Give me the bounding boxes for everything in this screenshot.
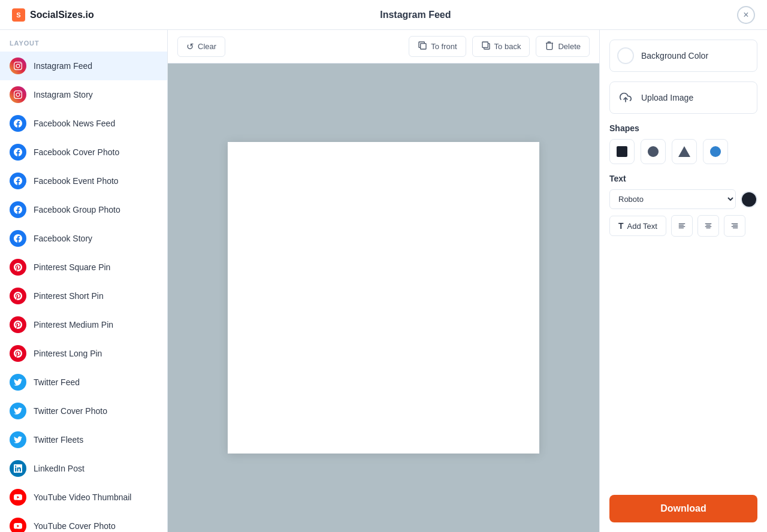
- align-right-button[interactable]: [724, 215, 745, 237]
- sidebar: LAYOUT Instagram Feed Instagram Story Fa…: [0, 30, 168, 532]
- clear-button[interactable]: ↺ Clear: [177, 37, 225, 57]
- sidebar-item-youtube-video-thumbnail[interactable]: YouTube Video Thumbnail: [0, 483, 167, 512]
- sidebar-label-pinterest-square-pin: Pinterest Square Pin: [34, 262, 110, 272]
- circle-shape: [648, 146, 659, 157]
- sidebar-label-twitter-feed: Twitter Feed: [34, 377, 80, 387]
- to-back-button[interactable]: To back: [472, 36, 530, 57]
- sidebar-item-pinterest-short-pin[interactable]: Pinterest Short Pin: [0, 282, 167, 310]
- sidebar-label-pinterest-long-pin: Pinterest Long Pin: [34, 349, 102, 358]
- sidebar-label-twitter-cover-photo: Twitter Cover Photo: [34, 406, 107, 416]
- linkedin-post-icon: [10, 460, 26, 477]
- sidebar-item-pinterest-medium-pin[interactable]: Pinterest Medium Pin: [0, 310, 167, 339]
- to-back-icon: [481, 41, 491, 52]
- upload-image-row[interactable]: Upload Image: [609, 81, 757, 114]
- layout-section-label: LAYOUT: [0, 30, 167, 52]
- shapes-row: [609, 139, 757, 164]
- to-front-label: To front: [431, 42, 457, 51]
- to-front-button[interactable]: To front: [409, 36, 466, 57]
- add-text-button[interactable]: T Add Text: [609, 216, 666, 236]
- background-color-circle: [617, 47, 634, 64]
- text-color-button[interactable]: [741, 191, 757, 208]
- font-select[interactable]: Roboto Arial Georgia Times New Roman Hel…: [609, 189, 736, 209]
- logo-text: SocialSizes.io: [30, 10, 94, 20]
- square-shape-button[interactable]: [609, 139, 635, 164]
- sidebar-item-facebook-cover-photo[interactable]: Facebook Cover Photo: [0, 138, 167, 167]
- sidebar-item-twitter-fleets[interactable]: Twitter Fleets: [0, 425, 167, 454]
- pinterest-long-pin-icon: [10, 345, 26, 362]
- sidebar-label-linkedin-post: LinkedIn Post: [34, 464, 84, 473]
- download-button[interactable]: Download: [609, 495, 757, 522]
- canvas-white[interactable]: [228, 142, 539, 454]
- instagram-story-icon: [10, 86, 26, 103]
- pinterest-short-pin-icon: [10, 288, 26, 304]
- sidebar-item-twitter-feed[interactable]: Twitter Feed: [0, 368, 167, 397]
- youtube-cover-photo-icon: [10, 518, 26, 532]
- sidebar-item-instagram-feed[interactable]: Instagram Feed: [0, 52, 167, 80]
- sidebar-item-linkedin-post[interactable]: LinkedIn Post: [0, 454, 167, 483]
- sidebar-label-youtube-cover-photo: YouTube Cover Photo: [34, 521, 116, 531]
- sidebar-item-twitter-cover-photo[interactable]: Twitter Cover Photo: [0, 397, 167, 425]
- pinterest-square-pin-icon: [10, 259, 26, 276]
- text-controls: Roboto Arial Georgia Times New Roman Hel…: [609, 189, 757, 209]
- sidebar-label-facebook-group-photo: Facebook Group Photo: [34, 205, 120, 214]
- svg-rect-3: [482, 42, 488, 47]
- sidebar-label-instagram-feed: Instagram Feed: [34, 61, 92, 71]
- instagram-icon: [10, 58, 26, 74]
- background-color-row[interactable]: Background Color: [609, 40, 757, 72]
- sidebar-item-youtube-cover-photo[interactable]: YouTube Cover Photo: [0, 512, 167, 532]
- sidebar-item-facebook-story[interactable]: Facebook Story: [0, 224, 167, 253]
- triangle-shape-button[interactable]: [672, 139, 697, 164]
- sidebar-label-youtube-video-thumbnail: YouTube Video Thumbnail: [34, 492, 131, 502]
- page-title: Instagram Feed: [380, 10, 451, 20]
- right-panel: Background Color Upload Image Shapes: [599, 30, 767, 532]
- sidebar-label-facebook-event-photo: Facebook Event Photo: [34, 176, 119, 186]
- clear-label: Clear: [198, 42, 216, 51]
- sidebar-label-facebook-news-feed: Facebook News Feed: [34, 119, 115, 128]
- text-section: Text Roboto Arial Georgia Times New Roma…: [609, 174, 757, 237]
- circle-blue-shape-button[interactable]: [703, 139, 728, 164]
- delete-button[interactable]: Delete: [536, 36, 590, 57]
- canvas-wrapper[interactable]: [168, 64, 599, 532]
- youtube-video-thumbnail-icon: [10, 489, 26, 506]
- twitter-fleets-icon: [10, 431, 26, 448]
- to-back-label: To back: [494, 42, 521, 51]
- facebook-news-feed-icon: [10, 115, 26, 132]
- sidebar-item-pinterest-long-pin[interactable]: Pinterest Long Pin: [0, 339, 167, 368]
- sidebar-item-facebook-news-feed[interactable]: Facebook News Feed: [0, 109, 167, 138]
- facebook-cover-photo-icon: [10, 144, 26, 161]
- sidebar-item-instagram-story[interactable]: Instagram Story: [0, 80, 167, 109]
- logo[interactable]: S SocialSizes.io: [12, 8, 94, 22]
- pinterest-medium-pin-icon: [10, 316, 26, 333]
- svg-rect-1: [421, 44, 426, 49]
- header: S SocialSizes.io Instagram Feed ×: [0, 0, 767, 30]
- clear-icon: ↺: [186, 41, 194, 52]
- upload-icon: [617, 89, 634, 106]
- shapes-title: Shapes: [609, 123, 757, 133]
- main-layout: LAYOUT Instagram Feed Instagram Story Fa…: [0, 30, 767, 532]
- sidebar-label-twitter-fleets: Twitter Fleets: [34, 435, 83, 445]
- triangle-shape: [678, 146, 690, 157]
- square-shape: [617, 146, 627, 157]
- canvas-area: ↺ Clear To front To back: [168, 30, 599, 532]
- close-button[interactable]: ×: [737, 6, 755, 24]
- delete-icon: [545, 41, 554, 52]
- canvas-toolbar: ↺ Clear To front To back: [168, 30, 599, 64]
- circle-shape-button[interactable]: [641, 139, 666, 164]
- align-center-button[interactable]: [697, 215, 719, 237]
- align-left-button[interactable]: [671, 215, 693, 237]
- text-title: Text: [609, 174, 757, 183]
- sidebar-item-facebook-event-photo[interactable]: Facebook Event Photo: [0, 167, 167, 195]
- shapes-section: Shapes: [609, 123, 757, 164]
- sidebar-item-facebook-group-photo[interactable]: Facebook Group Photo: [0, 195, 167, 224]
- sidebar-label-facebook-story: Facebook Story: [34, 234, 92, 243]
- delete-label: Delete: [558, 42, 581, 51]
- circle-blue-shape: [710, 146, 721, 157]
- sidebar-label-facebook-cover-photo: Facebook Cover Photo: [34, 147, 119, 157]
- add-text-t-icon: T: [618, 221, 624, 231]
- background-color-label: Background Color: [641, 51, 708, 61]
- toolbar-right: To front To back Delete: [409, 36, 590, 57]
- sidebar-item-pinterest-square-pin[interactable]: Pinterest Square Pin: [0, 253, 167, 282]
- facebook-group-photo-icon: [10, 201, 26, 218]
- facebook-story-icon: [10, 230, 26, 247]
- sidebar-label-pinterest-medium-pin: Pinterest Medium Pin: [34, 320, 113, 330]
